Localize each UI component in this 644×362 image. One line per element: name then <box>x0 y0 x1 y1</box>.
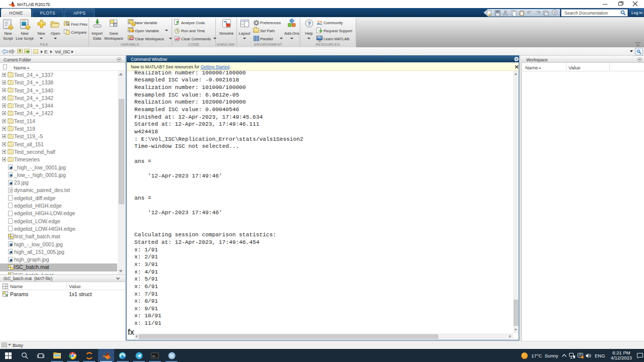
svg-text:R: R <box>170 353 174 358</box>
svg-text:?: ? <box>307 21 311 27</box>
